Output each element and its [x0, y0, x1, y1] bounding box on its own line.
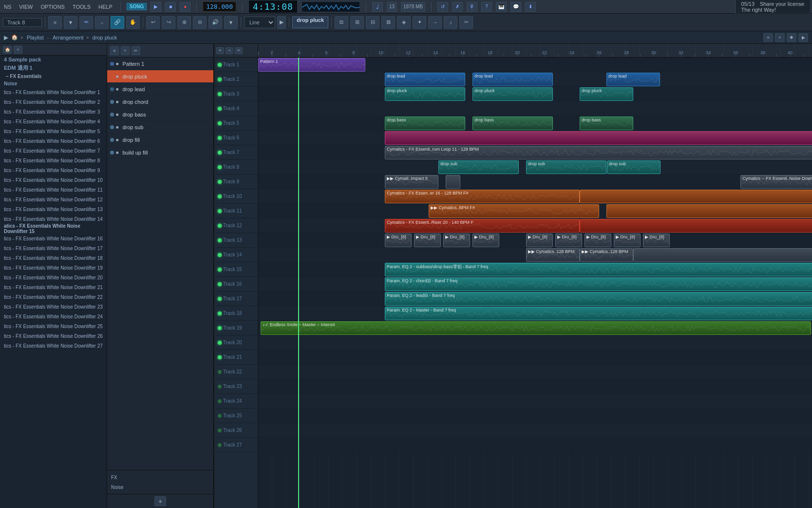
sidebar-item-25[interactable]: tics - FX Essentials White Noise Downlif…	[0, 331, 107, 341]
track-led-9[interactable]	[218, 180, 222, 184]
track-led-10[interactable]	[218, 195, 222, 198]
grid-btn5[interactable]: ◈	[397, 16, 411, 29]
track-header-13[interactable]: Track 13	[214, 233, 258, 248]
track-led-20[interactable]	[218, 341, 222, 345]
clip-track17-0[interactable]: Param. EQ 2 - lead⊟ - Band 7 freq	[385, 292, 812, 306]
sidebar-item-0[interactable]: tics - FX Essentials White Noise Downlif…	[0, 87, 107, 97]
clip-track10-1[interactable]	[580, 190, 812, 203]
mixer-icon[interactable]: ≡	[48, 16, 62, 29]
track-led-4[interactable]	[218, 107, 222, 111]
clip-track3-1[interactable]: drop pluck	[472, 87, 553, 101]
sidebar-item-18[interactable]: tics - FX Essentials White Noise Downlif…	[0, 263, 107, 273]
track-lane-25[interactable]	[258, 409, 812, 423]
track-header-10[interactable]: Track 10	[214, 189, 258, 204]
track-lane-23[interactable]	[258, 379, 812, 394]
track-led-15[interactable]	[218, 268, 222, 272]
track-header-btn2[interactable]: +	[226, 47, 233, 54]
track-led-23[interactable]	[218, 385, 222, 389]
track-lane-27[interactable]	[258, 438, 812, 452]
clip-track2-2[interactable]: drop lead	[606, 73, 660, 86]
pattern-pencil-btn[interactable]: ✏	[132, 46, 140, 55]
clip-track5-0[interactable]: drop bass	[385, 117, 465, 130]
clip-track8-1[interactable]: drop sub	[526, 160, 606, 174]
clip-track12-0[interactable]: Cymatics - FX Essent..Riser 20 - 140 BPM…	[385, 219, 580, 233]
sidebar-add-icon[interactable]: +	[14, 46, 22, 54]
track-header-3[interactable]: Track 3	[214, 87, 258, 101]
sidebar-item-22[interactable]: tics - FX Essentials White Noise Downlif…	[0, 302, 107, 312]
track-header-26[interactable]: Track 26	[214, 423, 258, 438]
clip-track15-0[interactable]: Param. EQ 2 - subbass\drop bass零犯 - Band…	[385, 263, 812, 276]
sidebar-item-3[interactable]: tics - FX Essentials White Noise Downlif…	[0, 117, 107, 126]
track-header-2[interactable]: Track 2	[214, 72, 258, 87]
track-header-15[interactable]: Track 15	[214, 262, 258, 277]
link-tool[interactable]: 🔗	[111, 16, 124, 29]
clip-track10-0[interactable]: Cymatics - FX Essen..er 16 - 128 BPM F#	[385, 190, 580, 203]
clip-track8-0[interactable]: drop sub	[438, 160, 519, 174]
track-lane-10[interactable]: Cymatics - FX Essen..er 16 - 128 BPM F#	[258, 189, 812, 204]
clip-track18-0[interactable]: Param. EQ 2 - Master - Band 7 freq	[385, 307, 812, 320]
track-header-6[interactable]: Track 6	[214, 131, 258, 145]
pattern-item-2[interactable]: ■drop lead	[107, 83, 213, 96]
sidebar-item-26[interactable]: tics - FX Essentials White Noise Downlif…	[0, 341, 107, 351]
track-header-17[interactable]: Track 17	[214, 292, 258, 306]
pattern-item-0[interactable]: ■Pattern 1	[107, 58, 213, 70]
hand-tool[interactable]: ✋	[126, 16, 140, 29]
track-led-5[interactable]	[218, 121, 222, 125]
track-lane-16[interactable]: Param. EQ 2 - chord⊟ - Band 7 freq	[258, 277, 812, 292]
track-header-1[interactable]: Track 1	[214, 58, 258, 72]
menu-view[interactable]: VIEW	[17, 3, 35, 11]
track-lane-4[interactable]	[258, 101, 812, 116]
track-led-26[interactable]	[218, 429, 222, 432]
sidebar-item-21[interactable]: tics - FX Essentials White Noise Downlif…	[0, 292, 107, 302]
clip-track13-2[interactable]: ▶ Dru_{8}	[443, 234, 470, 247]
dropdown-btn[interactable]: ▼	[224, 16, 238, 29]
clip-track3-2[interactable]: drop pluck	[580, 87, 633, 101]
track-lane-13[interactable]: ▶ Dru_{8}▶ Dru_{8}▶ Dru_{8}▶ Dru_{8}▶ Dr…	[258, 233, 812, 248]
track-header-btn3[interactable]: ✏	[235, 47, 243, 54]
sidebar-fx-item[interactable]: FX	[107, 472, 213, 482]
pattern-item-5[interactable]: ■drop sub	[107, 121, 213, 134]
record-button[interactable]: ●	[180, 2, 190, 12]
track-led-18[interactable]	[218, 312, 222, 315]
mic-button[interactable]: 🎙	[467, 2, 477, 12]
track-lane-6[interactable]	[258, 131, 812, 145]
add-pattern-btn[interactable]: +	[154, 496, 166, 506]
track-lane-11[interactable]: ▶▶ Cymatics..BPM F#	[258, 204, 812, 218]
grid-btn2[interactable]: ⊞	[350, 16, 364, 29]
erase-tool[interactable]: ✦	[413, 16, 426, 29]
arrangement-icon[interactable]: ≡	[763, 33, 773, 42]
track-led-3[interactable]	[218, 92, 222, 96]
clip-track13-3[interactable]: ▶ Dru_{8}	[472, 234, 499, 247]
track-led-16[interactable]	[218, 282, 222, 286]
mute-button[interactable]: ✗	[452, 2, 463, 12]
sidebar-item-23[interactable]: tics - FX Essentials White Noise Downlif…	[0, 312, 107, 321]
pattern-item-1[interactable]: ■drop pluck	[107, 70, 213, 83]
pattern-view-btn[interactable]: ≡	[110, 46, 119, 55]
clip-track14-0[interactable]: ▶▶ Cymatics..128 BPM	[526, 248, 580, 262]
track-header-21[interactable]: Track 21	[214, 350, 258, 365]
clip-track11-0[interactable]: ▶▶ Cymatics..BPM F#	[429, 204, 599, 218]
track-lane-15[interactable]: Param. EQ 2 - subbass\drop bass零犯 - Band…	[258, 262, 812, 277]
clip-track19-0[interactable]: ♪✓ Endless Smile – Master – Intensit	[261, 321, 811, 335]
snap-icon[interactable]: ✱	[787, 33, 796, 42]
track-header-18[interactable]: Track 18	[214, 306, 258, 321]
track-header-8[interactable]: Track 8	[214, 160, 258, 175]
menu-options[interactable]: OPTIONS	[38, 3, 67, 11]
clip-track13-0[interactable]: ▶ Dru_{8}	[385, 234, 412, 247]
clip-track14-1[interactable]: ▶▶ Cymatics..128 BPM	[580, 248, 633, 262]
zoom-in-button[interactable]: ⊕	[177, 16, 191, 29]
track-header-23[interactable]: Track 23	[214, 379, 258, 394]
track-led-25[interactable]	[218, 414, 222, 418]
track-led-8[interactable]	[218, 165, 222, 169]
pattern-add-btn[interactable]: +	[121, 46, 130, 55]
clip-track13-4[interactable]: ▶ Dru_{8}	[526, 234, 553, 247]
sidebar-item-13[interactable]: tics - FX Essentials White Noise Downlif…	[0, 214, 107, 224]
refresh-button[interactable]: ↺	[437, 2, 448, 12]
collapse-icon[interactable]: +	[775, 33, 785, 42]
breadcrumb-arrangement[interactable]: Arrangement	[53, 35, 84, 40]
speaker-icon[interactable]: 🔊	[208, 16, 222, 29]
clip-track13-8[interactable]: ▶ Dru_{8}	[643, 234, 670, 247]
sidebar-item-17[interactable]: tics - FX Essentials White Noise Downlif…	[0, 253, 107, 263]
clip-track13-6[interactable]: ▶ Dru_{8}	[585, 234, 611, 247]
clip-track1-0[interactable]: Pattern 1	[258, 58, 365, 72]
